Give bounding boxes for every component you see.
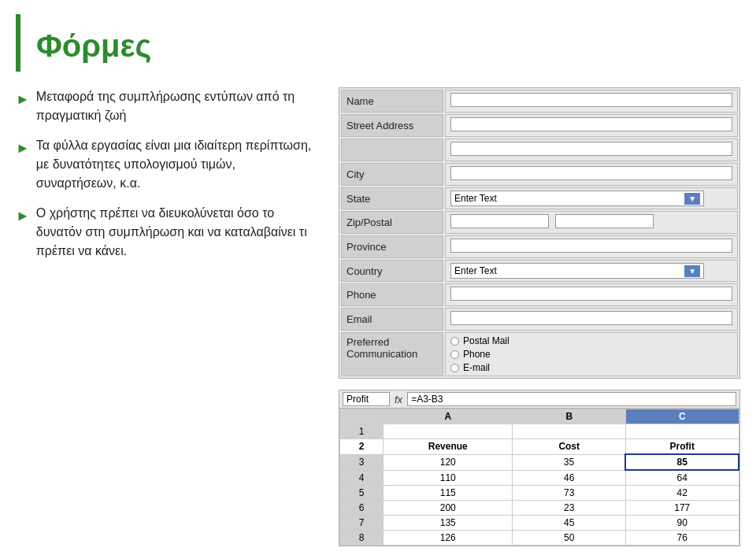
email-input[interactable] xyxy=(450,311,732,325)
spreadsheet: Profit fx =A3-B3 A B C xyxy=(339,390,740,546)
cell-c1[interactable] xyxy=(625,424,739,439)
name-input[interactable] xyxy=(450,93,732,107)
form-row-province: Province xyxy=(341,235,738,258)
province-input[interactable] xyxy=(450,239,732,253)
cell-c4[interactable]: 64 xyxy=(625,470,739,486)
formula-name-value: Profit xyxy=(346,394,369,405)
cell-a5[interactable]: 115 xyxy=(384,486,513,501)
cell-a7[interactable]: 135 xyxy=(384,516,513,531)
cell-b6[interactable]: 23 xyxy=(513,501,626,516)
formula-bar: Profit fx =A3-B3 xyxy=(339,390,739,409)
form-input-cell-name xyxy=(445,90,738,113)
form-label-email: Email xyxy=(341,308,443,331)
bullet-text-2: Τα φύλλα εργασίας είναι μια ιδιαίτερη πε… xyxy=(36,136,315,193)
bullet-text-1: Μεταφορά της συμπλήρωσης εντύπων από τη … xyxy=(36,87,315,125)
cell-a8[interactable]: 126 xyxy=(384,531,513,546)
cell-b2[interactable]: Cost xyxy=(513,439,626,455)
spreadsheet-row-5: 5 115 73 42 xyxy=(340,486,739,501)
row-num-7: 7 xyxy=(340,516,384,531)
preferred-comm-radio-group: Postal Mail Phone E-mail xyxy=(450,335,732,373)
cell-a3[interactable]: 120 xyxy=(384,454,513,470)
form-label-country: Country xyxy=(341,260,443,282)
spreadsheet-row-1: 1 xyxy=(340,424,739,439)
cell-a1[interactable] xyxy=(384,424,513,439)
cell-c5[interactable]: 42 xyxy=(625,486,739,501)
formula-bar-input[interactable]: =A3-B3 xyxy=(407,392,736,406)
spreadsheet-col-headers: A B C xyxy=(340,409,739,424)
form-label-street2 xyxy=(341,139,443,161)
radio-label-postal: Postal Mail xyxy=(463,335,510,346)
zip-input-1[interactable] xyxy=(450,214,549,228)
spreadsheet-row-8: 8 126 50 76 xyxy=(340,531,739,546)
cell-b1[interactable] xyxy=(513,424,626,439)
form-label-street: Street Address xyxy=(341,114,443,137)
form-input-cell-street2 xyxy=(445,139,738,161)
spreadsheet-row-2: 2 Revenue Cost Profit xyxy=(340,439,739,455)
city-input[interactable] xyxy=(450,166,732,180)
formula-fx-icon: fx xyxy=(395,394,402,405)
row-num-2: 2 xyxy=(340,439,384,455)
form-row-zip: Zip/Postal xyxy=(341,211,738,234)
bullet-item-1: ► Μεταφορά της συμπλήρωσης εντύπων από τ… xyxy=(16,87,315,125)
form-row-state: State Enter Text ▼ xyxy=(341,187,738,209)
cell-c6[interactable]: 177 xyxy=(625,501,739,516)
form-label-preferred-comm: PreferredCommunication xyxy=(341,332,443,376)
country-select[interactable]: Enter Text ▼ xyxy=(450,263,704,279)
cell-b3[interactable]: 35 xyxy=(513,454,626,470)
row-num-8: 8 xyxy=(340,531,384,546)
cell-c7[interactable]: 90 xyxy=(625,516,739,531)
row-num-6: 6 xyxy=(340,501,384,516)
bullet-arrow-1: ► xyxy=(16,89,30,110)
form-input-cell-city xyxy=(445,163,738,186)
state-select[interactable]: Enter Text ▼ xyxy=(450,191,704,206)
bullet-item-3: ► Ο χρήστης πρέπει να διευκολύνεται όσο … xyxy=(16,204,315,261)
radio-postal-mail[interactable]: Postal Mail xyxy=(450,335,732,346)
col-header-empty xyxy=(340,409,384,424)
state-select-value: Enter Text xyxy=(454,193,497,204)
form-input-cell-province xyxy=(445,235,738,258)
cell-c2[interactable]: Profit xyxy=(625,439,739,455)
radio-circle-postal xyxy=(450,337,459,346)
cell-b8[interactable]: 50 xyxy=(513,531,626,546)
col-header-a: A xyxy=(384,409,513,424)
form-row-name: Name xyxy=(341,90,738,113)
address-form: Name Street Address xyxy=(339,87,740,379)
cell-b7[interactable]: 45 xyxy=(513,516,626,531)
country-dropdown-arrow: ▼ xyxy=(684,265,700,277)
form-input-cell-email xyxy=(445,308,738,331)
state-dropdown-arrow: ▼ xyxy=(684,193,700,205)
form-label-phone: Phone xyxy=(341,283,443,306)
zip-input-2[interactable] xyxy=(555,214,654,228)
cell-a4[interactable]: 110 xyxy=(384,470,513,486)
form-label-name: Name xyxy=(341,90,443,113)
spreadsheet-row-3: 3 120 35 85 xyxy=(340,454,739,470)
radio-email[interactable]: E-mail xyxy=(450,362,732,373)
radio-phone[interactable]: Phone xyxy=(450,349,732,360)
street-address-input-1[interactable] xyxy=(450,117,732,131)
spreadsheet-row-7: 7 135 45 90 xyxy=(340,516,739,531)
cell-a2[interactable]: Revenue xyxy=(384,439,513,455)
country-select-value: Enter Text xyxy=(454,265,497,276)
form-row-preferred-comm: PreferredCommunication Postal Mail Phone xyxy=(341,332,738,376)
cell-b4[interactable]: 46 xyxy=(513,470,626,486)
cell-b5[interactable]: 73 xyxy=(513,486,626,501)
form-input-cell-preferred-comm: Postal Mail Phone E-mail xyxy=(445,332,738,376)
bullet-text-3: Ο χρήστης πρέπει να διευκολύνεται όσο το… xyxy=(36,204,315,261)
row-num-4: 4 xyxy=(340,470,384,486)
form-row-country: Country Enter Text ▼ xyxy=(341,260,738,282)
phone-input[interactable] xyxy=(450,287,732,301)
row-num-3: 3 xyxy=(340,454,384,470)
cell-a6[interactable]: 200 xyxy=(384,501,513,516)
formula-name-box[interactable]: Profit xyxy=(343,392,390,406)
form-input-cell-zip xyxy=(445,211,738,234)
cell-c8[interactable]: 76 xyxy=(625,531,739,546)
form-row-city: City xyxy=(341,163,738,186)
form-input-cell-state: Enter Text ▼ xyxy=(445,187,738,209)
radio-circle-phone xyxy=(450,350,459,359)
radio-label-email: E-mail xyxy=(463,362,490,373)
cell-c3[interactable]: 85 xyxy=(625,454,739,470)
bullet-arrow-2: ► xyxy=(16,138,30,159)
form-input-cell-phone xyxy=(445,283,738,306)
street-address-input-2[interactable] xyxy=(450,142,732,156)
form-row-street1: Street Address xyxy=(341,114,738,137)
